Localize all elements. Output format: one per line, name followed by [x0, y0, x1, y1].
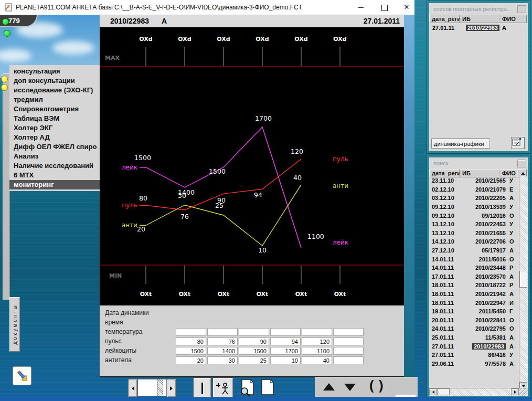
value-cell[interactable]	[302, 328, 332, 336]
value-cell[interactable]: 120	[302, 337, 332, 345]
value-cell[interactable]: 80	[176, 337, 206, 345]
form-icon	[512, 138, 522, 147]
search-row[interactable]: 14.12.102010/22706О	[429, 237, 519, 246]
search-row[interactable]: 18.01.112010/22947И	[429, 298, 519, 307]
row-label: пульс	[100, 337, 176, 345]
value-cell[interactable]: 25	[239, 356, 269, 364]
sidebar-item[interactable]: консультация	[9, 67, 100, 76]
search-row[interactable]: 09.12.102010/13539У	[429, 203, 519, 212]
search-row[interactable]: 27.01.1186/416У	[429, 351, 519, 360]
search-row[interactable]: 13.12.102010/22453У	[429, 220, 519, 229]
add-person-button[interactable]	[212, 377, 233, 399]
value-cell[interactable]: 40	[302, 356, 332, 364]
search-row[interactable]: 27.01.112010/22983А	[429, 342, 519, 351]
value-cell[interactable]: 1700	[270, 347, 301, 355]
vscroll-thumb[interactable]	[519, 271, 527, 288]
monitoring-chart-panel: 2010/22983 А 27.01.2011 OXdOXtOXdOXtOXdO…	[100, 15, 404, 377]
search-row[interactable]: 23.11.102010/21565У	[429, 176, 519, 185]
value-cell[interactable]: 1500	[239, 347, 269, 355]
print-preview-button[interactable]	[238, 378, 257, 399]
value-cell[interactable]	[207, 328, 238, 336]
search-row[interactable]: 14.01.112010/23448Р	[429, 263, 519, 272]
search-row[interactable]: 24.01.112010/22795О	[429, 324, 519, 333]
scroll-left-button[interactable]	[429, 388, 437, 395]
documents-tab[interactable]: документы	[9, 297, 20, 352]
sidebar-item[interactable]: доп консультации	[9, 76, 100, 86]
sidebar-item[interactable]: Холтер АД	[9, 133, 100, 142]
value-cell[interactable]: 10	[270, 356, 301, 364]
value-cell[interactable]	[333, 347, 364, 355]
value-cell[interactable]: 76	[207, 337, 238, 345]
scroll-thumb[interactable]	[157, 379, 163, 396]
hscroll-thumb[interactable]	[437, 388, 450, 395]
sidebar-item[interactable]: Дифф ОЕЛ ФЖЕЛ спиро	[9, 142, 100, 152]
search-title: поиск	[429, 157, 528, 169]
sidebar-item[interactable]: тредмил	[9, 95, 100, 104]
search-row[interactable]: 18.01.112010/21942А	[429, 290, 519, 299]
search-row[interactable]: 20.01.112010/22841О	[429, 316, 519, 325]
search-row[interactable]: 13.12.102010/21655У	[429, 229, 519, 238]
left-scroll-strip[interactable]	[3, 73, 10, 300]
value-cell[interactable]: 90	[239, 337, 269, 345]
value-cell[interactable]	[176, 328, 206, 336]
sidebar-item[interactable]: мониторинг	[9, 180, 100, 189]
value-cell[interactable]	[333, 328, 364, 336]
registration-row[interactable]: 27.01.112010/22983А	[429, 23, 528, 32]
minimize-button[interactable]	[353, 2, 369, 13]
value-cell[interactable]	[270, 328, 301, 336]
sidebar-item[interactable]: Таблица ВЭМ	[9, 114, 100, 123]
desktop-edit-icon[interactable]	[13, 366, 31, 385]
mode-field[interactable]: динамика-графики	[431, 139, 490, 149]
scroll-right-button[interactable]	[167, 379, 176, 397]
search-row[interactable]: 19.01.112011/5450Г	[429, 307, 519, 316]
svg-text:80: 80	[139, 194, 147, 202]
search-row[interactable]: 29.06.1197/5578А	[429, 359, 519, 368]
value-cell[interactable]	[333, 356, 364, 364]
refresh-button[interactable]: ()	[367, 377, 387, 394]
nav-down-button[interactable]	[344, 384, 356, 391]
column-header[interactable]: ФИО	[499, 15, 527, 23]
search-row[interactable]: 14.01.112011/5016О	[429, 255, 519, 263]
cursor-mode-button[interactable]	[193, 377, 211, 399]
close-button[interactable]: ✕	[399, 2, 414, 13]
vertical-scrollbar[interactable]	[519, 176, 528, 389]
scroll-track[interactable]	[137, 379, 167, 396]
scroll-left-button[interactable]	[128, 379, 137, 397]
mode-form-button[interactable]	[511, 137, 525, 149]
search-row[interactable]: 09.12.1009/12016О	[429, 211, 519, 220]
value-cell[interactable]: 20	[176, 356, 206, 364]
nav-up-button[interactable]	[323, 383, 335, 391]
maximize-button[interactable]	[377, 2, 392, 13]
search-row[interactable]: 02.12.102010/21079Е	[429, 185, 519, 194]
sidebar-item[interactable]: Спировелгометрия	[9, 104, 100, 114]
value-cell[interactable]	[333, 337, 364, 345]
search-date: 23.11.10	[429, 177, 461, 184]
search-row[interactable]: 17.01.112010/23570А	[429, 272, 519, 281]
column-header[interactable]: дата_реги	[429, 15, 460, 23]
text-cursor-icon	[201, 383, 203, 394]
search-row[interactable]: 27.12.1005/17917А	[429, 246, 519, 255]
value-cell[interactable]	[239, 328, 269, 336]
value-cell[interactable]: 1400	[207, 347, 238, 355]
resize-grip[interactable]	[519, 388, 528, 396]
horizontal-scrollbar[interactable]	[429, 388, 528, 396]
value-cell[interactable]: 1500	[176, 347, 206, 355]
search-row[interactable]: 03.12.102010/22205А	[429, 194, 519, 203]
search-row[interactable]: 25.01.1111/5381А	[429, 333, 519, 342]
search-ib: 2010/22453	[461, 221, 506, 227]
value-cell[interactable]: 30	[207, 356, 238, 364]
sidebar-item[interactable]: 6 МТХ	[9, 171, 100, 180]
scroll-right-button[interactable]	[511, 388, 519, 395]
value-cell[interactable]: 1100	[302, 347, 332, 355]
window-options-button[interactable]	[517, 5, 526, 13]
column-header[interactable]: ИБ	[460, 15, 499, 23]
window-options-button[interactable]	[517, 160, 526, 167]
record-scrollbar[interactable]	[128, 379, 176, 396]
sidebar-item[interactable]: Анализ	[9, 152, 100, 161]
sidebar-item[interactable]: исследование (ЭХО-КГ)	[9, 86, 100, 95]
search-row[interactable]: 18.01.112010/18722Р	[429, 281, 519, 290]
sidebar-item[interactable]: Наличие исследований	[9, 161, 100, 171]
value-cell[interactable]: 94	[270, 337, 301, 345]
sidebar-item[interactable]: Холтер ЭКГ	[9, 123, 100, 133]
new-document-button[interactable]	[259, 378, 276, 399]
